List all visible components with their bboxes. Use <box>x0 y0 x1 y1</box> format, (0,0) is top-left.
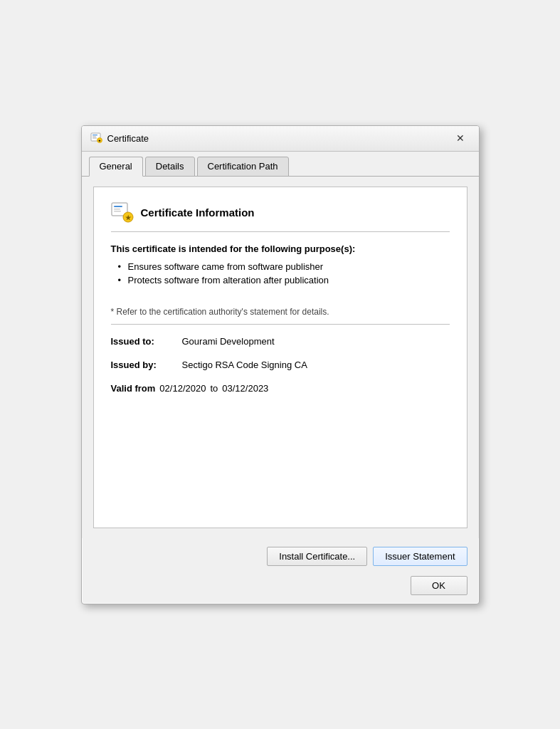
valid-from-date: 02/12/2020 <box>159 383 206 394</box>
purpose-title: This certificate is intended for the fol… <box>111 243 450 254</box>
action-buttons-row: Install Certificate... Issuer Statement <box>82 538 479 572</box>
svg-rect-2 <box>93 137 96 137</box>
valid-from-row: Valid from 02/12/2020 to 03/12/2023 <box>111 383 450 394</box>
purpose-item-1: Ensures software came from software publ… <box>118 261 450 272</box>
issued-to-row: Issued to: Gourami Development <box>111 336 450 347</box>
certificate-dialog: ★ Certificate ✕ General Details Certific… <box>81 125 480 604</box>
title-bar: ★ Certificate ✕ <box>82 126 479 152</box>
cert-info-icon: ★ <box>111 201 134 224</box>
content-box: ★ Certificate Information This certifica… <box>93 187 467 528</box>
issued-to-value: Gourami Development <box>182 336 275 347</box>
cert-info-title: Certificate Information <box>141 206 255 219</box>
cert-fields: Issued to: Gourami Development Issued by… <box>111 336 450 394</box>
install-certificate-button[interactable]: Install Certificate... <box>267 547 367 566</box>
valid-to-word: to <box>210 383 218 394</box>
issued-by-label: Issued by: <box>111 360 175 370</box>
svg-text:★: ★ <box>98 139 101 142</box>
issued-by-row: Issued by: Sectigo RSA Code Signing CA <box>111 360 450 370</box>
close-button[interactable]: ✕ <box>450 130 470 146</box>
title-cert-icon: ★ <box>90 132 103 145</box>
tab-details[interactable]: Details <box>145 157 195 177</box>
tab-certification-path[interactable]: Certification Path <box>197 157 289 177</box>
svg-rect-1 <box>93 135 97 135</box>
cert-info-header: ★ Certificate Information <box>111 201 450 232</box>
svg-rect-8 <box>114 209 120 210</box>
cert-note: * Refer to the certification authority's… <box>111 307 450 325</box>
svg-rect-9 <box>114 211 121 212</box>
window-title: Certificate <box>107 133 149 144</box>
purpose-item-2: Protects software from alteration after … <box>118 275 450 285</box>
tab-bar: General Details Certification Path <box>82 152 479 177</box>
valid-from-label: Valid from <box>111 383 156 394</box>
svg-text:★: ★ <box>125 214 132 221</box>
svg-rect-3 <box>93 138 97 139</box>
ok-button[interactable]: OK <box>411 576 467 595</box>
valid-to-date: 03/12/2023 <box>222 383 268 394</box>
issuer-statement-button[interactable]: Issuer Statement <box>373 547 467 566</box>
purpose-list: Ensures software came from software publ… <box>118 261 450 285</box>
ok-row: OK <box>82 572 479 604</box>
issued-to-label: Issued to: <box>111 336 175 347</box>
issued-by-value: Sectigo RSA Code Signing CA <box>182 360 307 370</box>
svg-rect-7 <box>114 206 122 207</box>
dialog-body: ★ Certificate Information This certifica… <box>82 177 479 538</box>
tab-general[interactable]: General <box>89 157 143 177</box>
